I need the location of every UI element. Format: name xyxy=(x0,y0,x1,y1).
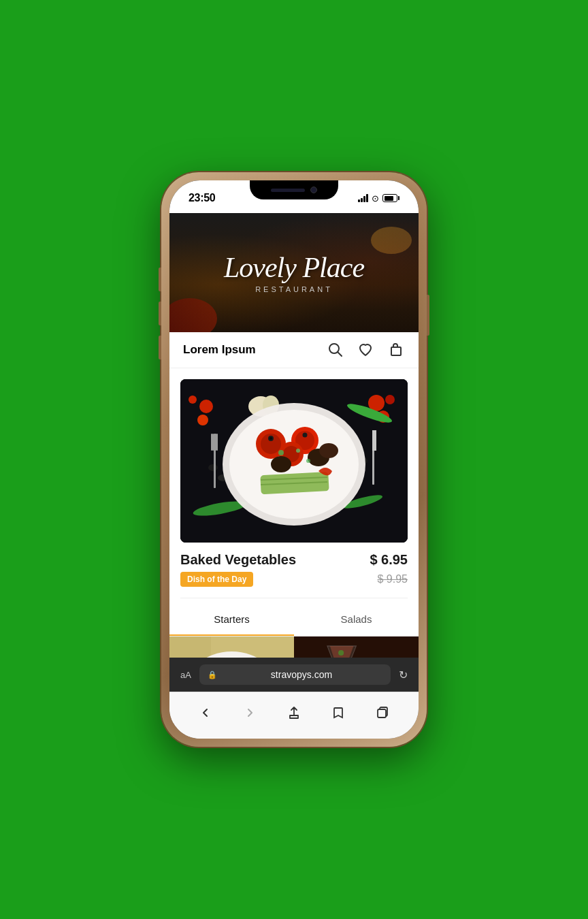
svg-rect-46 xyxy=(169,636,211,658)
svg-rect-19 xyxy=(211,434,212,451)
wifi-icon: ⊙ xyxy=(372,193,379,204)
svg-line-1 xyxy=(338,352,342,356)
svg-rect-67 xyxy=(294,636,419,658)
svg-point-29 xyxy=(270,437,272,440)
back-button[interactable] xyxy=(193,700,218,725)
dish-current-price: $ 6.95 xyxy=(370,552,408,568)
camera xyxy=(310,187,317,193)
svg-point-7 xyxy=(385,395,395,404)
browser-url-bar[interactable]: 🔒 stravopys.com xyxy=(199,664,391,685)
svg-point-42 xyxy=(296,449,300,453)
dish-image xyxy=(180,379,408,543)
svg-point-32 xyxy=(303,433,308,438)
nav-bar: Lorem Ipsum xyxy=(169,332,419,368)
app-content: Lovely Place RESTAURANT Lorem Ipsum xyxy=(169,213,419,739)
featured-dish-card: Baked Vegetables $ 6.95 Dish of the Day … xyxy=(169,368,419,592)
dish-title-row: Baked Vegetables $ 6.95 xyxy=(180,552,408,568)
category-tabs: Starters Salads xyxy=(169,604,419,636)
svg-point-8 xyxy=(197,415,208,425)
browser-bottom-nav xyxy=(169,692,419,739)
reload-button[interactable]: ↻ xyxy=(396,668,410,681)
tab-starters[interactable]: Starters xyxy=(169,604,294,636)
svg-rect-87 xyxy=(378,709,386,718)
forward-button[interactable] xyxy=(238,700,262,725)
status-time: 23:50 xyxy=(189,192,215,204)
phone-frame: 23:50 ⊙ xyxy=(161,172,427,747)
tabs-button[interactable] xyxy=(370,700,395,725)
browser-bar: aA 🔒 stravopys.com ↻ xyxy=(169,658,419,692)
tab-salads[interactable]: Salads xyxy=(294,604,419,636)
status-bar: 23:50 ⊙ xyxy=(169,180,419,213)
signal-icon xyxy=(358,194,368,202)
dish-info: Baked Vegetables $ 6.95 Dish of the Day … xyxy=(180,543,408,592)
cart-button[interactable] xyxy=(386,340,405,359)
svg-rect-20 xyxy=(212,434,214,451)
bookmarks-button[interactable] xyxy=(326,700,350,725)
speaker xyxy=(271,189,305,192)
hero-food-decoration-right xyxy=(371,227,412,254)
svg-point-36 xyxy=(319,443,338,458)
svg-point-15 xyxy=(208,464,218,471)
favorite-button[interactable] xyxy=(356,340,375,359)
svg-rect-22 xyxy=(216,434,218,451)
divider xyxy=(180,598,408,598)
svg-point-43 xyxy=(306,459,310,463)
nav-icons xyxy=(326,340,405,359)
svg-point-9 xyxy=(189,396,197,404)
svg-point-37 xyxy=(271,456,291,472)
search-button[interactable] xyxy=(326,340,345,359)
svg-point-4 xyxy=(199,400,213,413)
svg-rect-2 xyxy=(391,347,401,355)
svg-point-71 xyxy=(338,650,344,656)
browser-text-size[interactable]: aA xyxy=(178,670,194,680)
lock-icon: 🔒 xyxy=(208,671,217,679)
browser-url-text: stravopys.com xyxy=(220,669,382,680)
food-grid xyxy=(169,636,419,658)
dish-badge-row: Dish of the Day $ 9.95 xyxy=(180,572,408,587)
status-icons: ⊙ xyxy=(358,193,399,204)
notch xyxy=(250,180,338,199)
share-button[interactable] xyxy=(282,700,306,725)
phone-screen: 23:50 ⊙ xyxy=(169,180,419,739)
dish-of-the-day-badge: Dish of the Day xyxy=(180,572,253,587)
dish-old-price: $ 9.95 xyxy=(378,573,408,585)
dish-name: Baked Vegetables xyxy=(180,552,296,568)
battery-icon xyxy=(382,194,399,202)
svg-rect-21 xyxy=(215,434,216,451)
nav-title: Lorem Ipsum xyxy=(183,343,256,357)
food-photo xyxy=(180,379,408,543)
svg-point-41 xyxy=(278,450,284,455)
grid-item-starters[interactable] xyxy=(169,636,294,658)
restaurant-subtitle: RESTAURANT xyxy=(255,285,333,293)
grid-item-salads[interactable] xyxy=(294,636,419,658)
restaurant-name: Lovely Place xyxy=(224,252,364,283)
hero-header: Lovely Place RESTAURANT xyxy=(169,213,419,332)
